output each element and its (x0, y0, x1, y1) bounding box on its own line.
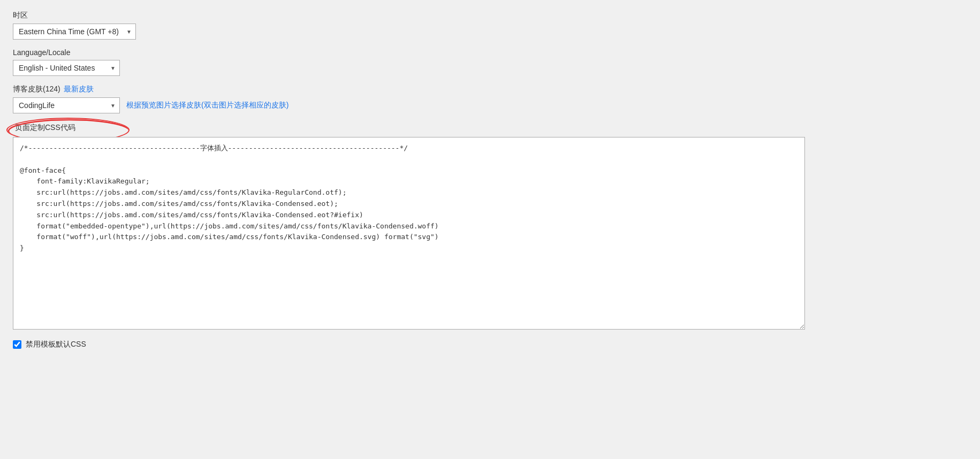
skin-preview-link[interactable]: 根据预览图片选择皮肤(双击图片选择相应的皮肤) (126, 101, 288, 110)
timezone-section: 时区 Eastern China Time (GMT +8)UTCAmerica… (13, 11, 967, 40)
timezone-select-wrapper: Eastern China Time (GMT +8)UTCAmerica/Ne… (13, 24, 136, 40)
css-textarea-container (13, 137, 967, 331)
timezone-select[interactable]: Eastern China Time (GMT +8)UTCAmerica/Ne… (13, 24, 136, 40)
skin-new-link[interactable]: 最新皮肤 (64, 85, 94, 94)
css-section: 页面定制CSS代码 (13, 122, 967, 331)
locale-section: Language/Locale English - United StatesC… (13, 48, 967, 76)
skin-select-wrapper: CodingLifeDefaultBlueDark (13, 97, 120, 113)
locale-select-wrapper: English - United StatesChinese (Simplifi… (13, 60, 120, 76)
locale-label: Language/Locale (13, 48, 967, 57)
css-textarea[interactable] (13, 137, 805, 330)
css-label: 页面定制CSS代码 (13, 122, 78, 134)
disable-css-checkbox[interactable] (13, 340, 21, 349)
skin-label-row: 博客皮肤(124) 最新皮肤 (13, 85, 967, 94)
disable-css-row: 禁用模板默认CSS (13, 340, 967, 349)
disable-css-label: 禁用模板默认CSS (26, 340, 86, 349)
skin-row: CodingLifeDefaultBlueDark 根据预览图片选择皮肤(双击图… (13, 97, 967, 113)
skin-select[interactable]: CodingLifeDefaultBlueDark (13, 97, 120, 113)
locale-select[interactable]: English - United StatesChinese (Simplifi… (13, 60, 120, 76)
skin-label: 博客皮肤(124) (13, 85, 60, 94)
skin-section: 博客皮肤(124) 最新皮肤 CodingLifeDefaultBlueDark… (13, 85, 967, 113)
css-label-wrapper: 页面定制CSS代码 (13, 122, 78, 134)
timezone-label: 时区 (13, 11, 967, 20)
